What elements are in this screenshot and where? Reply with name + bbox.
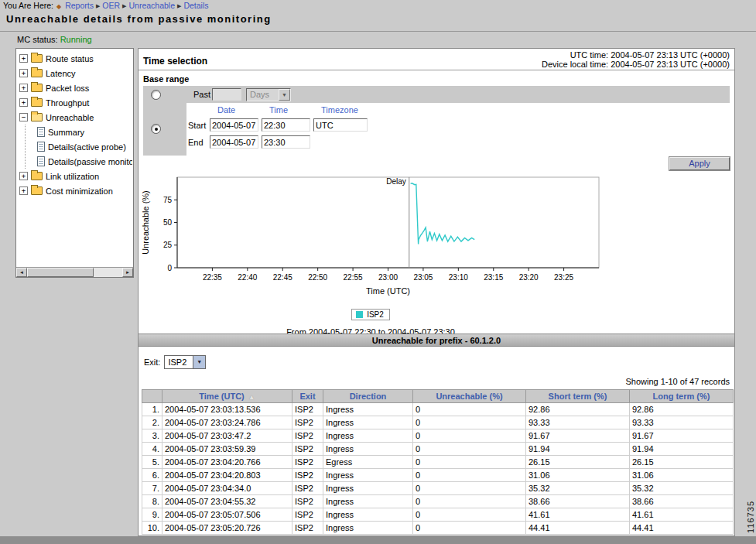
start-date-input[interactable] bbox=[210, 118, 258, 132]
sidebar-item-details-passive-monito[interactable]: Details(passive monito bbox=[26, 154, 132, 169]
apply-button[interactable]: Apply bbox=[669, 157, 730, 170]
sidebar-item-throughput[interactable]: +Throughput bbox=[18, 95, 132, 110]
breadcrumb: You Are Here:◆Reports▶OER▶Unreachable▶De… bbox=[0, 0, 756, 12]
cell-long-term: 35.32 bbox=[630, 482, 734, 495]
cell-short-term: 35.32 bbox=[526, 482, 630, 495]
sidebar-item-label: Summary bbox=[48, 128, 84, 137]
cell-short-term: 41.61 bbox=[526, 508, 630, 522]
exit-label: Exit: bbox=[144, 358, 160, 367]
cell-direction: Ingress bbox=[323, 416, 413, 429]
cell-exit: ISP2 bbox=[292, 522, 323, 535]
expand-icon[interactable]: + bbox=[19, 172, 28, 180]
sidebar-item-summary[interactable]: Summary bbox=[26, 125, 132, 139]
prefix-section-header: Unreachable for prefix - 60.1.2.0 bbox=[139, 334, 734, 347]
explicit-range-block: Date Time Timezone Start End bbox=[143, 103, 730, 156]
sidebar-item-link-utilization[interactable]: +Link utilization bbox=[18, 169, 132, 183]
expand-icon[interactable]: + bbox=[19, 186, 28, 195]
y-tick-label: 75 bbox=[163, 196, 173, 204]
breadcrumb-link-oer[interactable]: OER bbox=[102, 1, 120, 10]
cell-direction: Ingress bbox=[323, 443, 413, 456]
exit-selector-row: Exit: ISP2 ▼ bbox=[144, 355, 206, 369]
end-time-input[interactable] bbox=[262, 135, 310, 149]
column-header-long-term[interactable]: Long term (%) bbox=[630, 390, 734, 403]
sidebar-item-details-active-probe[interactable]: Details(active probe) bbox=[26, 139, 132, 154]
cell-exit: ISP2 bbox=[292, 416, 323, 429]
past-unit-dropdown[interactable]: Days ▼ bbox=[246, 88, 291, 101]
cell-exit: ISP2 bbox=[292, 443, 323, 456]
unreachable-chart: 025507522:3522:4022:4522:5022:5523:0023:… bbox=[139, 169, 603, 303]
cell-time: 2004-05-07 23:05:20.726 bbox=[162, 522, 292, 535]
expand-icon[interactable]: + bbox=[19, 69, 28, 77]
cell-long-term: 41.61 bbox=[630, 508, 734, 522]
breadcrumb-links: Reports▶OER▶Unreachable▶Details bbox=[63, 1, 210, 10]
sidebar-item-unreachable[interactable]: −Unreachable bbox=[18, 110, 132, 125]
chart-legend: ISP2 bbox=[351, 309, 390, 320]
expand-icon[interactable]: + bbox=[19, 54, 28, 63]
breadcrumb-link-reports[interactable]: Reports bbox=[65, 1, 94, 10]
cell-exit: ISP2 bbox=[292, 456, 323, 469]
cell-short-term: 26.15 bbox=[526, 456, 630, 469]
end-date-input[interactable] bbox=[210, 135, 258, 149]
folder-icon bbox=[31, 98, 43, 107]
legend-label-isp2: ISP2 bbox=[367, 310, 384, 319]
scroll-left-button[interactable]: ◄ bbox=[16, 268, 27, 277]
column-header-short-term[interactable]: Short term (%) bbox=[526, 390, 630, 403]
sidebar-item-packet-loss[interactable]: +Packet loss bbox=[18, 80, 132, 95]
apply-row: Apply bbox=[669, 157, 730, 170]
breadcrumb-link-unreachable[interactable]: Unreachable bbox=[128, 1, 175, 10]
column-header-direction[interactable]: Direction bbox=[323, 390, 413, 403]
column-header-unreachable[interactable]: Unreachable (%) bbox=[413, 390, 526, 403]
collapse-icon[interactable]: − bbox=[19, 113, 28, 121]
explicit-range-radio-cell bbox=[143, 103, 186, 156]
exit-dropdown[interactable]: ISP2 ▼ bbox=[164, 355, 206, 369]
column-header-time-utc[interactable]: Time (UTC)▲ bbox=[162, 390, 292, 403]
cell-time: 2004-05-07 23:03:47.2 bbox=[162, 429, 292, 443]
sort-ascending-icon: ▲ bbox=[248, 393, 255, 401]
cell-direction: Ingress bbox=[323, 508, 413, 522]
bottom-bar bbox=[0, 536, 756, 544]
scroll-right-button[interactable]: ► bbox=[122, 268, 133, 277]
breadcrumb-link-details[interactable]: Details bbox=[183, 1, 208, 10]
explicit-range-radio[interactable] bbox=[151, 124, 161, 134]
cell-long-term: 91.67 bbox=[630, 429, 734, 443]
start-row: Start bbox=[188, 117, 368, 133]
x-axis-title: Time (UTC) bbox=[366, 286, 410, 296]
column-header-index[interactable] bbox=[142, 390, 162, 403]
exit-dropdown-arrow-icon[interactable]: ▼ bbox=[193, 356, 205, 368]
sidebar-item-latency[interactable]: +Latency bbox=[18, 66, 132, 80]
past-value-input[interactable] bbox=[212, 88, 241, 101]
table-row: 5.2004-05-07 23:04:20.766ISP2Egress026.1… bbox=[142, 456, 734, 469]
delay-annotation-label: Delay bbox=[386, 177, 406, 186]
cell-direction: Ingress bbox=[323, 429, 413, 443]
cell-direction: Ingress bbox=[323, 403, 413, 416]
scroll-track[interactable] bbox=[94, 268, 122, 277]
past-range-radio[interactable] bbox=[151, 90, 161, 100]
start-timezone-input[interactable] bbox=[313, 118, 368, 132]
cell-long-term: 38.66 bbox=[630, 495, 734, 508]
scroll-thumb[interactable] bbox=[27, 268, 94, 277]
records-table: Time (UTC)▲ExitDirectionUnreachable (%)S… bbox=[142, 389, 734, 535]
sidebar-horizontal-scrollbar[interactable]: ◄ ► bbox=[16, 267, 133, 277]
sidebar-item-label: Packet loss bbox=[46, 84, 89, 93]
start-time-input[interactable] bbox=[262, 118, 310, 132]
expand-icon[interactable]: + bbox=[19, 84, 28, 92]
cell-exit: ISP2 bbox=[292, 403, 323, 416]
title-divider bbox=[0, 31, 756, 32]
sidebar-item-cost-minimization[interactable]: +Cost minimization bbox=[18, 183, 132, 198]
table-row: 6.2004-05-07 23:04:20.803ISP2Ingress031.… bbox=[142, 469, 734, 482]
range-field-headers: Date Time Timezone bbox=[188, 104, 368, 116]
breadcrumb-prefix: You Are Here: bbox=[3, 1, 53, 10]
cell-unreachable: 0 bbox=[413, 495, 526, 508]
cell-unreachable: 0 bbox=[413, 416, 526, 429]
device-local-time-text: Device local time: 2004-05-07 23:13 UTC … bbox=[542, 60, 730, 69]
sidebar-item-label: Cost minimization bbox=[46, 186, 113, 196]
cell-time: 2004-05-07 23:03:59.39 bbox=[162, 443, 292, 456]
end-row: End bbox=[188, 134, 368, 150]
x-tick-label: 23:05 bbox=[413, 273, 433, 282]
column-header-exit[interactable]: Exit bbox=[292, 390, 323, 403]
expand-icon[interactable]: + bbox=[19, 98, 28, 107]
dropdown-arrow-icon[interactable]: ▼ bbox=[279, 89, 290, 101]
sidebar-item-route-status[interactable]: +Route status bbox=[18, 51, 132, 66]
x-tick-label: 22:55 bbox=[344, 273, 363, 282]
row-number: 10. bbox=[142, 522, 162, 535]
